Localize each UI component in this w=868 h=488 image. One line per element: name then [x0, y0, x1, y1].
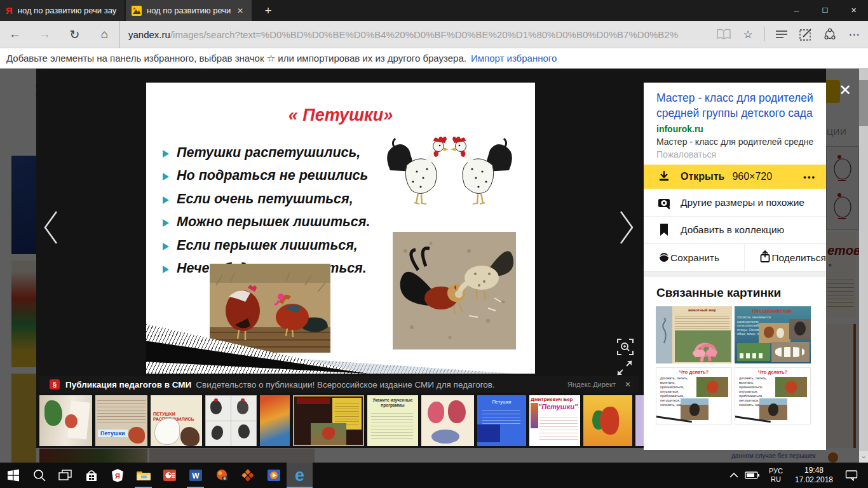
zoom-image-icon[interactable]	[616, 338, 634, 356]
poem-line: Можно перышек лишиться.	[163, 214, 370, 230]
refresh-button[interactable]: ↻	[60, 27, 90, 42]
action-center-icon[interactable]	[839, 463, 864, 488]
result-thumbnail[interactable]: Петушки	[95, 395, 147, 446]
related-image[interactable]: Птицеводство. Отрасль занимается разведе…	[735, 306, 811, 363]
powerpoint-icon[interactable]	[156, 463, 182, 488]
taskbar-search-icon[interactable]	[26, 463, 52, 488]
result-thumbnail[interactable]: Укажите изученные программы	[367, 395, 418, 446]
viewer-close-icon[interactable]: ✕	[835, 80, 855, 100]
thumb-label: Петушки	[98, 430, 128, 437]
window-close-button[interactable]: ✕	[839, 0, 868, 21]
related-image-title: Что делать?	[735, 369, 810, 375]
back-button[interactable]: ←	[0, 27, 30, 41]
clock[interactable]: 19:4817.02.2018	[789, 463, 839, 488]
share-button[interactable]: Поделиться	[745, 244, 826, 271]
more-options-icon[interactable]: •••	[803, 172, 816, 182]
result-thumbnail[interactable]	[421, 395, 474, 446]
next-image-arrow[interactable]	[618, 210, 635, 248]
related-image[interactable]: Что делать? догонять, лететь, взлетать, …	[735, 367, 811, 424]
hub-icon[interactable]	[774, 27, 789, 42]
scrollbar-thumb[interactable]	[859, 80, 868, 126]
tray-date: 17.02.2018	[795, 475, 833, 485]
result-thumbnail[interactable]: Дмитриевич Бер"Петушки"	[529, 395, 580, 446]
favorites-star-icon[interactable]: ☆	[740, 27, 756, 42]
address-bar[interactable]: yandex.ru/images/search?text=%D0%BD%D0%B…	[119, 21, 679, 48]
microsoft-store-icon[interactable]	[78, 463, 104, 488]
result-thumbnail[interactable]	[583, 395, 632, 446]
battery-icon[interactable]	[742, 463, 763, 488]
language-indicator[interactable]: РУСRU	[763, 463, 789, 488]
toolbar-icons: ☆ ⋯	[716, 27, 868, 42]
notification-text: Добавьте элементы на панель избранного, …	[6, 53, 466, 64]
result-thumbnail-selected[interactable]	[293, 395, 364, 446]
start-button[interactable]	[0, 463, 26, 488]
bullet-icon	[163, 266, 169, 273]
result-thumbnail[interactable]	[635, 395, 644, 446]
roosters-photo-left	[210, 264, 330, 355]
svg-text:Я: Я	[115, 472, 120, 480]
yandex-direct-ad-bar[interactable]: § Публикация педагогов в СМИ Свидетельст…	[39, 376, 639, 393]
result-thumbnail[interactable]	[260, 395, 290, 446]
source-site-link[interactable]: infourok.ru	[656, 124, 813, 134]
forward-button[interactable]: →	[30, 27, 60, 41]
page-scrollbar[interactable]: ⌄	[859, 69, 868, 463]
tray-chevron-icon[interactable]	[726, 463, 742, 488]
window-controls: ─ ☐ ✕	[782, 0, 868, 21]
tab-2-active[interactable]: нод по развитию речи ✕	[126, 0, 252, 21]
home-button[interactable]: ⌂	[90, 27, 119, 41]
add-to-collection-button[interactable]: Добавить в коллекцию	[644, 216, 826, 243]
window-maximize-button[interactable]: ☐	[811, 0, 839, 21]
main-image-slide[interactable]: « Петушки» Петушки распетушились, Но под…	[146, 83, 535, 374]
word-icon[interactable]: W	[182, 463, 208, 488]
browser-toolbar: ← → ↻ ⌂ yandex.ru/images/search?text=%D0…	[0, 21, 868, 48]
favorites-notification-bar: Добавьте элементы на панель избранного, …	[0, 48, 868, 69]
related-image[interactable]: Что делать? догонять, лететь, взлетать, …	[656, 367, 732, 424]
bullet-icon	[163, 219, 169, 227]
image-title-link[interactable]: Мастер - класс для родителейсредней груп…	[656, 90, 813, 121]
import-favorites-link[interactable]: Импорт избранного	[471, 53, 557, 64]
task-view-icon[interactable]	[52, 463, 78, 488]
scrollbar-down-arrow[interactable]: ⌄	[859, 451, 868, 463]
tab-close-icon[interactable]: ✕	[234, 5, 246, 17]
report-link[interactable]: Пожаловаться	[656, 149, 813, 159]
similar-images-button[interactable]: Другие размеры и похожие	[644, 189, 826, 216]
ad-title[interactable]: Публикация педагогов в СМИ	[65, 380, 191, 390]
save-button[interactable]: Сохранить	[644, 244, 745, 271]
previous-image-arrow[interactable]	[42, 210, 60, 248]
edge-browser-icon-active[interactable]: e	[287, 463, 313, 488]
settings-more-icon[interactable]: ⋯	[846, 27, 862, 42]
web-note-icon[interactable]	[798, 27, 813, 42]
thumbnail-strip: Петушки ПЕТУШКИ РАСПЕТУШИЛИСЬ Укажите из…	[39, 395, 644, 446]
browser-tab-bar: Я нод по развитию речи зау нод по развит…	[0, 0, 868, 21]
save-share-row: Сохранить Поделиться	[644, 243, 826, 271]
office-icon[interactable]	[234, 463, 261, 488]
media-player-icon[interactable]	[261, 463, 287, 488]
result-thumbnail[interactable]	[39, 395, 92, 446]
yandex-direct-label: Яндекс.Директ	[567, 381, 616, 388]
tab-1[interactable]: Я нод по развитию речи зау	[0, 0, 125, 21]
roosters-clipart	[381, 131, 518, 212]
slide-title: « Петушки»	[146, 105, 535, 125]
bullet-icon	[163, 150, 169, 158]
result-thumbnail[interactable]	[205, 395, 257, 446]
tab-2-label: нод по развитию речи	[147, 6, 231, 15]
related-image[interactable]: животный мир	[656, 306, 732, 363]
windows-taskbar: Я W e	[0, 463, 868, 488]
file-explorer-icon[interactable]	[130, 463, 156, 488]
result-thumbnail[interactable]: ПЕТУШКИ РАСПЕТУШИЛИСЬ	[151, 395, 202, 446]
window-minimize-button[interactable]: ─	[782, 0, 811, 21]
reading-view-icon[interactable]	[716, 27, 731, 42]
related-images-title: Связанные картинки	[656, 286, 813, 300]
ad-close-icon[interactable]: ✕	[625, 380, 631, 389]
share-icon[interactable]	[822, 27, 837, 42]
new-tab-button[interactable]: +	[257, 0, 280, 21]
yandex-browser-icon[interactable]: Я	[104, 463, 130, 488]
result-thumbnail[interactable]: Петушки	[477, 395, 526, 446]
image-size-label: 960×720	[732, 171, 772, 182]
url-path: /images/search?text=%D0%BD%D0%BE%D0%B4%2…	[170, 29, 679, 40]
fullscreen-icon[interactable]	[616, 360, 634, 377]
open-image-button[interactable]: Открыть 960×720 •••	[644, 165, 826, 189]
bookmark-icon	[658, 223, 672, 237]
related-images-row: животный мир Птицеводство. Отрасль заним…	[644, 306, 826, 363]
photos-app-icon[interactable]	[208, 463, 234, 488]
